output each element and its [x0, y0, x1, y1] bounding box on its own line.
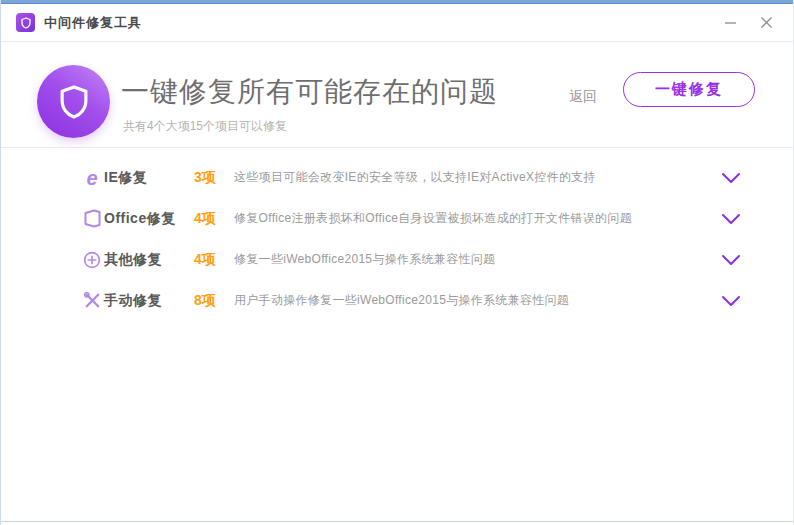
app-title: 中间件修复工具 [44, 14, 142, 32]
tools-icon [81, 290, 103, 312]
row-count: 8项 [194, 292, 234, 310]
page-title: 一键修复所有可能存在的问题 [121, 73, 498, 111]
repair-list: e IE修复 3项 这些项目可能会改变IE的安全等级，以支持IE对ActiveX… [1, 149, 793, 321]
titlebar: 中间件修复工具 [1, 4, 793, 42]
chevron-down-icon[interactable] [721, 254, 741, 266]
back-link[interactable]: 返回 [569, 88, 597, 106]
repair-row-other[interactable]: 其他修复 4项 修复一些iWebOffice2015与操作系统兼容性问题 [1, 239, 793, 280]
page-subtitle: 共有4个大项15个项目可以修复 [123, 118, 287, 135]
row-label: Office修复 [104, 210, 194, 228]
chevron-down-icon[interactable] [721, 295, 741, 307]
chevron-down-icon[interactable] [721, 213, 741, 225]
row-description: 用户手动操作修复一些iWebOffice2015与操作系统兼容性问题 [234, 292, 721, 309]
row-description: 这些项目可能会改变IE的安全等级，以支持IE对ActiveX控件的支持 [234, 169, 721, 186]
window-controls [719, 12, 777, 34]
row-count: 4项 [194, 251, 234, 269]
app-logo-shield-icon [16, 13, 35, 32]
chevron-down-icon[interactable] [721, 172, 741, 184]
row-description: 修复一些iWebOffice2015与操作系统兼容性问题 [234, 251, 721, 268]
close-icon[interactable] [755, 12, 777, 34]
row-count: 4项 [194, 210, 234, 228]
app-window: 中间件修复工具 一键修复所有可能存在的问题 共有4个大项15个项目可以修复 返回… [0, 0, 794, 525]
one-click-repair-button[interactable]: 一键修复 [623, 72, 755, 107]
row-description: 修复Office注册表损坏和Office自身设置被损坏造成的打开文件错误的问题 [234, 210, 721, 227]
shield-badge-icon [37, 65, 110, 138]
repair-row-manual[interactable]: 手动修复 8项 用户手动操作修复一些iWebOffice2015与操作系统兼容性… [1, 280, 793, 321]
header: 一键修复所有可能存在的问题 共有4个大项15个项目可以修复 返回 一键修复 [1, 42, 793, 148]
row-count: 3项 [194, 169, 234, 187]
row-label: IE修复 [104, 169, 194, 187]
ie-icon: e [81, 167, 103, 189]
row-label: 手动修复 [104, 292, 194, 310]
repair-row-office[interactable]: Office修复 4项 修复Office注册表损坏和Office自身设置被损坏造… [1, 198, 793, 239]
office-icon [81, 208, 103, 230]
row-label: 其他修复 [104, 251, 194, 269]
circle-plus-icon [81, 249, 103, 271]
repair-row-ie[interactable]: e IE修复 3项 这些项目可能会改变IE的安全等级，以支持IE对ActiveX… [1, 157, 793, 198]
window-bottom-border [1, 521, 793, 525]
minimize-icon[interactable] [719, 12, 741, 34]
